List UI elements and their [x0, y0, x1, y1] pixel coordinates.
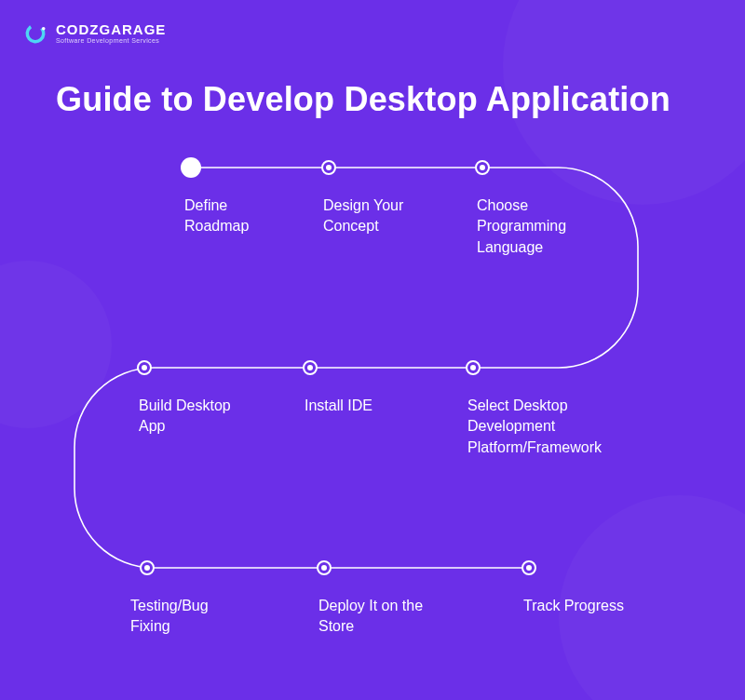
step-node-2 — [321, 160, 336, 175]
step-label-3: Choose Programming Language — [477, 195, 616, 258]
logo-icon — [22, 20, 48, 47]
step-node-5 — [303, 360, 318, 375]
step-node-8 — [317, 560, 332, 575]
step-label-4: Select Desktop Development Platform/Fram… — [467, 396, 644, 458]
step-label-1: Define Roadmap — [184, 195, 296, 237]
step-node-6 — [137, 360, 152, 375]
svg-point-1 — [42, 27, 46, 31]
step-label-6: Build Desktop App — [139, 396, 260, 438]
step-node-7 — [140, 560, 155, 575]
bg-blob — [503, 0, 745, 205]
step-label-8: Deploy It on the Store — [318, 596, 449, 638]
step-node-3 — [475, 160, 490, 175]
step-label-2: Design Your Concept — [323, 195, 444, 237]
step-label-9: Track Progress — [523, 596, 672, 616]
brand-tagline: Software Development Services — [56, 37, 166, 44]
step-node-9 — [522, 560, 536, 575]
step-label-7: Testing/Bug Fixing — [130, 596, 251, 638]
step-node-4 — [466, 360, 481, 375]
svg-point-0 — [24, 22, 47, 46]
brand-name: CODZGARAGE — [56, 22, 166, 37]
step-node-1 — [181, 157, 201, 178]
step-label-5: Install IDE — [305, 396, 426, 416]
bg-blob — [0, 261, 112, 428]
